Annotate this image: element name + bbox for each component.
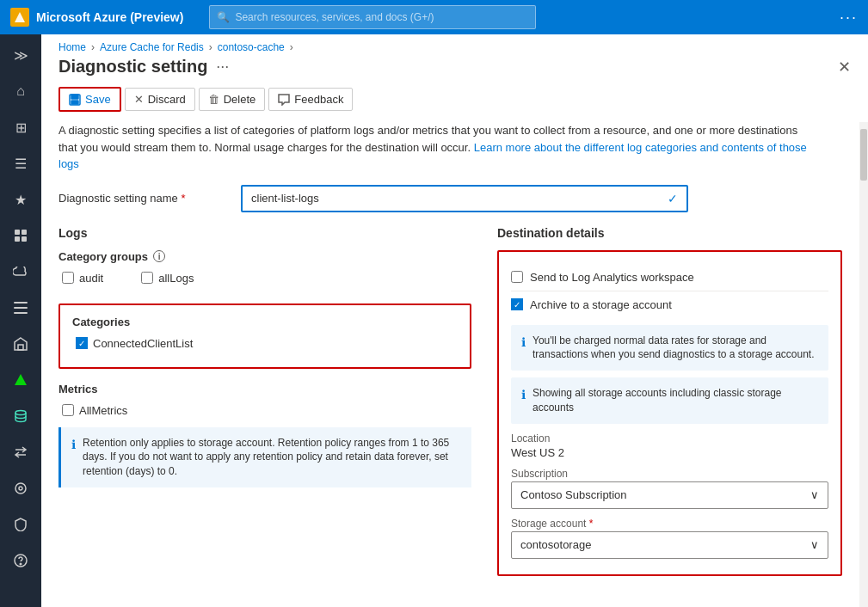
destination-box: Send to Log Analytics workspace ✓ Archiv…: [497, 250, 842, 576]
info-icon-2: ℹ: [521, 387, 526, 415]
brand: Microsoft Azure (Preview): [10, 8, 183, 27]
sidebar-database[interactable]: [0, 399, 41, 433]
discard-icon: ✕: [134, 93, 144, 106]
search-icon: 🔍: [217, 11, 230, 23]
sidebar-home[interactable]: ⌂: [0, 74, 41, 108]
classic-storage-text: Showing all storage accounts including c…: [532, 386, 818, 415]
info-icon: ℹ: [71, 437, 76, 479]
page-options[interactable]: ···: [216, 58, 229, 76]
checkmark-icon: ✓: [668, 192, 678, 205]
sidebar-menu[interactable]: ☰: [0, 146, 41, 181]
svg-rect-7: [14, 312, 28, 314]
metrics-title: Metrics: [58, 383, 471, 395]
two-column-layout: Logs Category groups i audit: [58, 226, 842, 576]
sidebar-function[interactable]: [0, 363, 41, 397]
sidebar: ≫ ⌂ ⊞ ☰ ★: [0, 34, 41, 607]
allmetrics-checkbox[interactable]: [62, 404, 74, 416]
chevron-down-icon: ∨: [810, 488, 819, 501]
page-title: Diagnostic setting: [58, 57, 207, 77]
storage-account-label: Storage account *: [511, 518, 828, 530]
svg-marker-10: [15, 374, 27, 385]
log-analytics-label: Send to Log Analytics workspace: [530, 271, 694, 284]
sidebar-resources[interactable]: [0, 218, 41, 253]
audit-checkbox[interactable]: [62, 272, 74, 284]
delete-button[interactable]: 🗑 Delete: [199, 88, 266, 111]
topbar: Microsoft Azure (Preview) 🔍 Search resou…: [0, 0, 868, 34]
audit-label: audit: [79, 272, 103, 285]
scrollbar-thumb[interactable]: [860, 129, 867, 181]
subscription-select[interactable]: Contoso Subscription ∨: [511, 481, 828, 509]
azure-icon: [10, 8, 29, 27]
sidebar-marketplace[interactable]: [0, 327, 41, 361]
breadcrumb: Home › Azure Cache for Redis › contoso-c…: [41, 34, 868, 57]
categories-box: Categories ✓ ConnectedClientList: [58, 304, 471, 369]
storage-charge-info: ℹ You'll be charged normal data rates fo…: [511, 325, 828, 371]
discard-button[interactable]: ✕ Discard: [125, 88, 195, 111]
destination-title: Destination details: [497, 226, 842, 240]
sidebar-help[interactable]: [0, 543, 41, 578]
sidebar-all-services[interactable]: [0, 291, 41, 325]
category-groups-info[interactable]: i: [153, 250, 165, 262]
scrollbar[interactable]: [859, 122, 868, 607]
sidebar-cloud[interactable]: [0, 254, 41, 289]
svg-rect-9: [18, 345, 23, 350]
toolbar: Save ✕ Discard 🗑 Delete Feedback: [41, 83, 868, 122]
category-groups-header: Category groups i: [58, 250, 471, 263]
log-analytics-checkbox[interactable]: [511, 271, 523, 283]
svg-rect-3: [15, 236, 20, 242]
svg-rect-2: [22, 230, 27, 235]
allmetrics-label: AllMetrics: [79, 404, 127, 417]
location-label: Location: [511, 432, 828, 445]
svg-rect-5: [14, 302, 28, 304]
allmetrics-row: AllMetrics: [62, 404, 471, 417]
connected-client-list-row: ✓ ConnectedClientList: [76, 337, 458, 350]
sidebar-transfer[interactable]: [0, 435, 41, 469]
diagnostic-name-row: Diagnostic setting name * client-list-lo…: [58, 185, 842, 212]
alllogs-checkbox[interactable]: [141, 272, 153, 284]
classic-storage-info: ℹ Showing all storage accounts including…: [511, 377, 828, 424]
feedback-icon: [278, 94, 290, 106]
more-options[interactable]: ···: [840, 9, 858, 27]
svg-rect-6: [14, 307, 28, 309]
svg-marker-0: [15, 12, 25, 22]
right-column: Destination details Send to Log Analytic…: [497, 226, 842, 576]
categories-title: Categories: [72, 316, 458, 328]
storage-account-select[interactable]: contosotorage ∨: [511, 531, 828, 559]
diagnostic-name-input[interactable]: client-list-logs ✓: [241, 185, 688, 212]
content-area: A diagnostic setting specifies a list of…: [41, 122, 868, 607]
sidebar-monitor[interactable]: [0, 471, 41, 506]
svg-rect-1: [15, 230, 20, 235]
search-bar[interactable]: 🔍 Search resources, services, and docs (…: [209, 5, 536, 29]
breadcrumb-home[interactable]: Home: [58, 41, 86, 53]
main-content: Home › Azure Cache for Redis › contoso-c…: [41, 34, 868, 607]
retention-info-box: ℹ Retention only applies to storage acco…: [58, 427, 471, 487]
svg-rect-4: [22, 236, 27, 242]
svg-point-15: [20, 563, 22, 565]
alllogs-checkbox-row: allLogs: [141, 272, 194, 285]
content-scroll: A diagnostic setting specifies a list of…: [41, 122, 859, 607]
svg-point-13: [19, 487, 22, 490]
save-button[interactable]: Save: [58, 87, 121, 112]
sidebar-expand[interactable]: ≫: [0, 38, 41, 72]
logs-section-title: Logs: [58, 226, 471, 240]
svg-point-11: [15, 411, 26, 415]
storage-charge-text: You'll be charged normal data rates for …: [532, 334, 818, 363]
svg-rect-18: [71, 101, 78, 104]
sidebar-dashboard[interactable]: ⊞: [0, 110, 41, 144]
feedback-button[interactable]: Feedback: [268, 88, 353, 111]
breadcrumb-service[interactable]: Azure Cache for Redis: [100, 41, 204, 53]
archive-storage-label: Archive to a storage account: [530, 298, 672, 311]
category-groups-row: audit allLogs: [58, 272, 471, 291]
connected-client-list-label: ConnectedClientList: [93, 337, 193, 350]
audit-checkbox-row: audit: [62, 272, 103, 285]
svg-point-12: [15, 483, 26, 494]
archive-storage-checkbox[interactable]: ✓: [511, 298, 523, 310]
connected-client-list-checkbox[interactable]: ✓: [76, 337, 88, 349]
close-button[interactable]: ✕: [838, 58, 851, 77]
sidebar-favorites[interactable]: ★: [0, 182, 41, 217]
sidebar-security[interactable]: [0, 507, 41, 542]
subscription-label: Subscription: [511, 468, 828, 480]
breadcrumb-resource[interactable]: contoso-cache: [218, 41, 285, 53]
location-value: West US 2: [511, 446, 828, 459]
svg-rect-17: [71, 95, 78, 99]
